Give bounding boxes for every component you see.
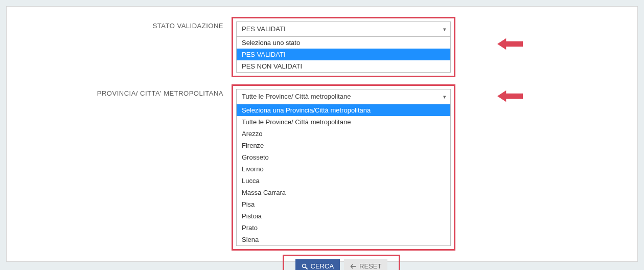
highlight-buttons: CERCA RESET [283,255,400,270]
row-province: PROVINCIA/ CITTA' METROPOLITANA Tutte le… [27,84,617,251]
province-option[interactable]: Grosseto [237,151,450,163]
status-option[interactable]: Seleziona uno stato [237,37,450,49]
province-option[interactable]: Tutte le Province/ Città metropolitane [237,116,450,128]
province-option[interactable]: Lucca [237,175,450,187]
buttons-row: CERCA RESET [283,255,400,270]
province-option[interactable]: Firenze [237,140,450,151]
province-option[interactable]: Prato [237,222,450,234]
form-panel: STATO VALIDAZIONE PES VALIDATI Seleziona… [6,6,638,262]
reset-label: RESET [359,262,381,270]
svg-line-3 [306,267,307,269]
label-status: STATO VALIDAZIONE [27,17,232,30]
search-button[interactable]: CERCA [295,259,340,270]
reset-arrow-icon [350,263,356,269]
label-province: PROVINCIA/ CITTA' METROPOLITANA [27,84,232,97]
highlight-status: PES VALIDATI Seleziona uno statoPES VALI… [232,17,455,77]
province-option[interactable]: Livorno [237,163,450,175]
select-province[interactable]: Tutte le Province/ Città metropolitane S… [236,89,451,246]
province-option[interactable]: Siena [237,234,450,245]
arrow-province-icon [497,89,523,103]
select-status[interactable]: PES VALIDATI Seleziona uno statoPES VALI… [236,21,451,73]
reset-button[interactable]: RESET [344,259,387,270]
select-province-closed[interactable]: Tutte le Province/ Città metropolitane [236,89,451,104]
highlight-province: Tutte le Province/ Città metropolitane S… [232,84,455,251]
search-label: CERCA [311,262,334,270]
province-option[interactable]: Pisa [237,198,450,210]
dropdown-province[interactable]: Seleziona una Provincia/Città metropolit… [236,104,451,246]
svg-marker-1 [497,91,523,102]
select-status-closed[interactable]: PES VALIDATI [236,21,451,37]
row-status: STATO VALIDAZIONE PES VALIDATI Seleziona… [27,17,617,77]
province-option[interactable]: Arezzo [237,128,450,140]
status-option[interactable]: PES VALIDATI [237,49,450,60]
svg-marker-0 [497,38,523,50]
province-option[interactable]: Massa Carrara [237,187,450,198]
province-option[interactable]: Seleziona una Provincia/Città metropolit… [237,104,450,116]
search-icon [302,263,308,269]
dropdown-status[interactable]: Seleziona uno statoPES VALIDATIPES NON V… [236,37,451,73]
status-option[interactable]: PES NON VALIDATI [237,60,450,72]
arrow-status-icon [497,37,523,51]
province-option[interactable]: Pistoia [237,210,450,222]
